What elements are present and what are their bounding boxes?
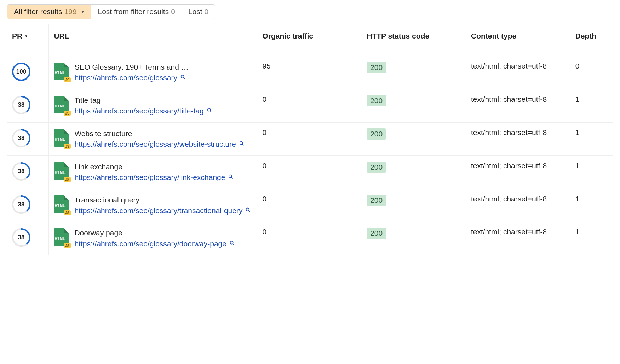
pr-value: 100 xyxy=(16,68,26,75)
pr-value: 38 xyxy=(18,168,25,175)
html-file-icon: HTML JS xyxy=(54,63,69,80)
chevron-down-icon: ▼ xyxy=(81,10,85,14)
filter-tab[interactable]: All filter results199▼ xyxy=(7,5,91,19)
tab-count: 0 xyxy=(205,7,209,16)
filter-tab[interactable]: Lost0 xyxy=(182,5,215,19)
svg-point-22 xyxy=(230,241,233,244)
col-url[interactable]: URL xyxy=(49,24,258,56)
http-status-badge: 200 xyxy=(367,95,386,106)
page-title: Transactional query xyxy=(74,195,209,205)
content-type-value: text/html; charset=utf-8 xyxy=(466,222,570,255)
svg-line-3 xyxy=(184,78,185,79)
html-file-icon: HTML JS xyxy=(54,195,69,213)
content-type-value: text/html; charset=utf-8 xyxy=(466,89,570,122)
col-traffic[interactable]: Organic traffic xyxy=(257,24,362,56)
http-status-badge: 200 xyxy=(367,62,386,73)
col-http[interactable]: HTTP status code xyxy=(362,24,466,56)
search-icon[interactable] xyxy=(239,141,245,146)
organic-traffic-value: 0 xyxy=(257,122,362,155)
tab-label: All filter results xyxy=(14,7,62,16)
svg-point-18 xyxy=(246,208,249,211)
search-icon[interactable] xyxy=(180,74,186,80)
table-row: 38 HTML JS Website structure https://ahr… xyxy=(7,122,613,155)
tab-label: Lost from filter results xyxy=(98,7,169,16)
content-type-value: text/html; charset=utf-8 xyxy=(466,155,570,189)
js-badge-icon: JS xyxy=(64,177,71,182)
search-icon[interactable] xyxy=(228,174,234,180)
html-file-icon: HTML JS xyxy=(54,162,69,180)
page-url-link[interactable]: https://ahrefs.com/seo/glossary/website-… xyxy=(74,139,252,149)
table-row: 38 HTML JS Transactional query https://a… xyxy=(7,189,613,222)
filter-tab[interactable]: Lost from filter results0 xyxy=(91,5,182,19)
file-icon-html-label: HTML xyxy=(54,237,65,241)
organic-traffic-value: 0 xyxy=(257,189,362,222)
pr-value: 38 xyxy=(18,135,25,142)
tab-count: 0 xyxy=(171,7,175,16)
organic-traffic-value: 0 xyxy=(257,222,362,255)
page-title: Website structure xyxy=(74,128,209,139)
http-status-badge: 200 xyxy=(367,128,386,140)
page-url-link[interactable]: https://ahrefs.com/seo/glossary xyxy=(74,72,252,83)
http-status-badge: 200 xyxy=(367,195,386,206)
depth-value: 1 xyxy=(570,222,613,255)
depth-value: 1 xyxy=(570,89,613,122)
filter-tabs: All filter results199▼Lost from filter r… xyxy=(7,4,215,19)
file-icon-html-label: HTML xyxy=(54,71,65,75)
pr-ring: 38 xyxy=(12,129,30,147)
svg-point-10 xyxy=(240,142,242,145)
table-row: 38 HTML JS Title tag https://ahrefs.com/… xyxy=(7,89,613,122)
search-icon[interactable] xyxy=(245,207,251,213)
js-badge-icon: JS xyxy=(64,77,71,82)
svg-line-19 xyxy=(249,211,250,212)
col-content-type[interactable]: Content type xyxy=(466,24,570,56)
col-depth[interactable]: Depth xyxy=(570,24,613,56)
page-url-link[interactable]: https://ahrefs.com/seo/glossary/link-exc… xyxy=(74,172,252,183)
pr-ring: 38 xyxy=(12,96,30,114)
table-row: 38 HTML JS Link exchange https://ahrefs.… xyxy=(7,155,613,189)
depth-value: 1 xyxy=(570,122,613,155)
page-url-link[interactable]: https://ahrefs.com/seo/glossary/transact… xyxy=(74,205,252,216)
pr-value: 38 xyxy=(18,201,25,208)
file-icon-html-label: HTML xyxy=(54,137,65,141)
file-icon-html-label: HTML xyxy=(54,104,65,108)
svg-line-15 xyxy=(231,177,233,179)
pr-ring: 38 xyxy=(12,162,30,181)
table-row: 100 HTML JS SEO Glossary: 190+ Terms and… xyxy=(7,56,613,89)
depth-value: 1 xyxy=(570,155,613,189)
pr-value: 38 xyxy=(18,234,25,241)
pr-ring: 100 xyxy=(12,63,30,81)
depth-value: 0 xyxy=(570,56,613,89)
page-title: SEO Glossary: 190+ Terms and … xyxy=(74,62,209,72)
svg-line-23 xyxy=(232,243,234,245)
col-pr[interactable]: PR ▼ xyxy=(7,24,49,56)
content-type-value: text/html; charset=utf-8 xyxy=(466,56,570,89)
svg-point-14 xyxy=(229,175,232,178)
html-file-icon: HTML JS xyxy=(54,228,69,246)
content-type-value: text/html; charset=utf-8 xyxy=(466,122,570,155)
svg-line-11 xyxy=(242,144,243,146)
page-url-link[interactable]: https://ahrefs.com/seo/glossary/doorway-… xyxy=(74,239,252,249)
organic-traffic-value: 0 xyxy=(257,155,362,189)
file-icon-html-label: HTML xyxy=(54,204,65,208)
search-icon[interactable] xyxy=(229,240,235,246)
page-url-link[interactable]: https://ahrefs.com/seo/glossary/title-ta… xyxy=(74,106,252,116)
html-file-icon: HTML JS xyxy=(54,96,69,113)
tab-label: Lost xyxy=(188,7,202,16)
page-title: Link exchange xyxy=(74,162,209,172)
svg-line-7 xyxy=(210,111,211,112)
sort-desc-icon: ▼ xyxy=(24,34,28,38)
js-badge-icon: JS xyxy=(64,144,71,149)
table-row: 38 HTML JS Doorway page https://ahrefs.c… xyxy=(7,222,613,255)
html-file-icon: HTML JS xyxy=(54,129,69,147)
js-badge-icon: JS xyxy=(64,111,71,116)
content-type-value: text/html; charset=utf-8 xyxy=(466,189,570,222)
results-table: PR ▼ URL Organic traffic HTTP status cod… xyxy=(7,24,613,255)
depth-value: 1 xyxy=(570,189,613,222)
http-status-badge: 200 xyxy=(367,228,386,239)
http-status-badge: 200 xyxy=(367,162,386,173)
pr-value: 38 xyxy=(18,101,25,108)
pr-ring: 38 xyxy=(12,228,30,247)
js-badge-icon: JS xyxy=(64,210,71,215)
pr-ring: 38 xyxy=(12,195,30,214)
search-icon[interactable] xyxy=(207,107,212,113)
